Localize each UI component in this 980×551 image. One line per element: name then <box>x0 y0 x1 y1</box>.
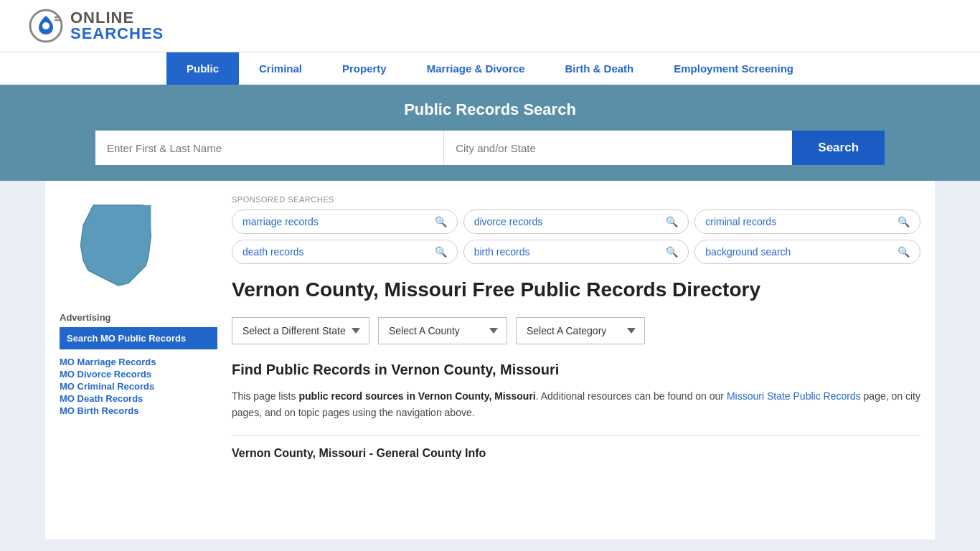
section-divider <box>232 435 920 435</box>
tag-death-search-icon: 🔍 <box>435 246 447 258</box>
tag-death-text: death records <box>242 246 304 258</box>
desc-bold: public record sources in Vernon County, … <box>298 390 535 402</box>
tag-background-search[interactable]: background search 🔍 <box>694 240 920 264</box>
logo-text: ONLINE SEARCHES <box>70 10 164 42</box>
location-input[interactable] <box>444 131 792 165</box>
tag-marriage-records[interactable]: marriage records 🔍 <box>232 209 458 234</box>
tag-marriage-search-icon: 🔍 <box>435 216 447 227</box>
missouri-map <box>60 195 167 296</box>
tag-background-search-icon: 🔍 <box>897 246 910 258</box>
svg-point-1 <box>42 22 50 29</box>
nav-birth-death[interactable]: Birth & Death <box>545 52 654 85</box>
description-link[interactable]: Missouri State Public Records <box>727 390 861 402</box>
tag-criminal-search-icon: 🔍 <box>897 216 910 227</box>
main-content: Advertising Search MO Public Records MO … <box>45 181 935 540</box>
tag-death-records[interactable]: death records 🔍 <box>232 240 458 264</box>
logo-online-text: ONLINE <box>70 10 164 26</box>
find-heading: Find Public Records in Vernon County, Mi… <box>232 362 920 378</box>
search-button[interactable]: Search <box>792 131 885 165</box>
sponsored-label: SPONSORED SEARCHES <box>232 195 920 204</box>
section-sub-heading: Vernon County, Missouri - General County… <box>232 447 920 460</box>
desc-part1: This page lists <box>232 390 298 402</box>
tag-background-text: background search <box>705 246 791 258</box>
main-nav: Public Criminal Property Marriage & Divo… <box>0 52 980 85</box>
content-area: SPONSORED SEARCHES marriage records 🔍 di… <box>232 195 920 525</box>
nav-public[interactable]: Public <box>166 52 239 85</box>
description-text: This page lists public record sources in… <box>232 388 920 420</box>
sidebar-link-divorce[interactable]: MO Divorce Records <box>60 369 217 380</box>
tag-criminal-text: criminal records <box>705 216 776 227</box>
tag-divorce-records[interactable]: divorce records 🔍 <box>463 209 689 234</box>
tag-divorce-text: divorce records <box>474 216 543 227</box>
sidebar-link-criminal[interactable]: MO Criminal Records <box>60 381 217 392</box>
tag-criminal-records[interactable]: criminal records 🔍 <box>694 209 920 234</box>
search-bar: Search <box>95 131 885 165</box>
tag-birth-text: birth records <box>474 246 530 258</box>
sponsored-searches: SPONSORED SEARCHES marriage records 🔍 di… <box>232 195 920 264</box>
county-dropdown[interactable]: Select A County <box>378 317 507 344</box>
sidebar-links: MO Marriage Records MO Divorce Records M… <box>60 357 217 416</box>
search-banner-title: Public Records Search <box>29 100 951 119</box>
category-dropdown[interactable]: Select A Category <box>516 317 645 344</box>
tag-marriage-text: marriage records <box>242 216 319 227</box>
nav-marriage-divorce[interactable]: Marriage & Divorce <box>407 52 545 85</box>
sidebar-advertising-label: Advertising <box>60 312 217 323</box>
name-input[interactable] <box>95 131 444 165</box>
search-tags-grid: marriage records 🔍 divorce records 🔍 cri… <box>232 209 920 264</box>
header: ONLINE SEARCHES <box>0 0 980 52</box>
tag-birth-search-icon: 🔍 <box>666 246 678 258</box>
logo: ONLINE SEARCHES <box>29 9 164 43</box>
dropdowns: Select a Different State Select A County… <box>232 317 920 344</box>
tag-birth-records[interactable]: birth records 🔍 <box>463 240 689 264</box>
sidebar-ad-block[interactable]: Search MO Public Records <box>60 327 217 349</box>
sidebar-link-death[interactable]: MO Death Records <box>60 393 217 404</box>
nav-criminal[interactable]: Criminal <box>239 52 322 85</box>
logo-icon <box>29 9 63 43</box>
page-heading: Vernon County, Missouri Free Public Reco… <box>232 277 920 303</box>
state-map <box>60 195 217 298</box>
sidebar: Advertising Search MO Public Records MO … <box>60 195 217 525</box>
nav-employment[interactable]: Employment Screening <box>654 52 814 85</box>
state-dropdown[interactable]: Select a Different State <box>232 317 369 344</box>
desc-part2: . Additional resources can be found on o… <box>536 390 727 402</box>
sidebar-link-birth[interactable]: MO Birth Records <box>60 405 217 416</box>
tag-divorce-search-icon: 🔍 <box>666 216 678 227</box>
sidebar-link-marriage[interactable]: MO Marriage Records <box>60 357 217 367</box>
search-banner: Public Records Search Search <box>0 85 980 181</box>
logo-searches-text: SEARCHES <box>70 26 164 42</box>
nav-property[interactable]: Property <box>322 52 407 85</box>
